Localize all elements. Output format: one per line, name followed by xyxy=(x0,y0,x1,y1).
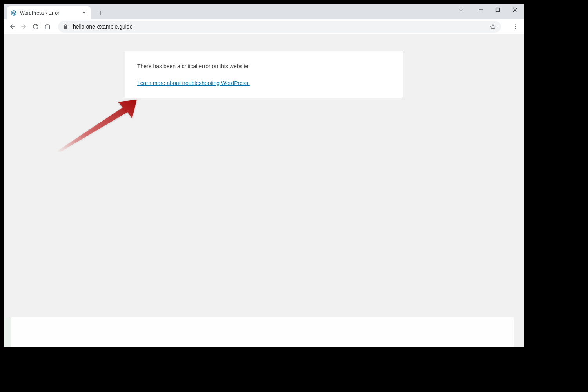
close-window-button[interactable] xyxy=(506,4,524,16)
back-button[interactable] xyxy=(6,21,18,33)
wordpress-favicon xyxy=(11,10,17,16)
error-box: There has been a critical error on this … xyxy=(125,51,403,98)
address-bar[interactable]: hello.one-example.guide xyxy=(58,21,501,33)
bottom-strip-left xyxy=(4,317,11,347)
forward-button[interactable] xyxy=(18,21,30,33)
bookmark-star-icon[interactable] xyxy=(490,24,496,30)
troubleshoot-link[interactable]: Learn more about troubleshooting WordPre… xyxy=(137,80,250,86)
minimize-button[interactable] xyxy=(472,4,489,16)
error-message: There has been a critical error on this … xyxy=(137,62,391,71)
annotation-arrow xyxy=(57,93,139,152)
browser-tab[interactable]: WordPress › Error xyxy=(7,6,91,19)
browser-toolbar: hello.one-example.guide xyxy=(4,19,524,34)
new-tab-button[interactable] xyxy=(95,7,106,18)
url-text: hello.one-example.guide xyxy=(73,24,490,30)
svg-point-2 xyxy=(515,26,516,27)
maximize-button[interactable] xyxy=(489,4,506,16)
svg-point-3 xyxy=(515,28,516,29)
svg-rect-0 xyxy=(496,8,500,12)
browser-window: WordPress › Error xyxy=(4,4,524,347)
tab-title: WordPress › Error xyxy=(20,10,81,16)
page-viewport: There has been a critical error on this … xyxy=(4,34,524,347)
chevron-down-icon[interactable] xyxy=(452,4,470,16)
bottom-strip xyxy=(4,317,514,347)
window-controls xyxy=(452,4,524,16)
reload-button[interactable] xyxy=(30,21,42,33)
close-tab-icon[interactable] xyxy=(81,10,87,16)
titlebar: WordPress › Error xyxy=(4,4,524,19)
svg-point-1 xyxy=(515,24,516,25)
kebab-menu-icon[interactable] xyxy=(510,21,521,33)
lock-icon[interactable] xyxy=(63,24,68,29)
home-button[interactable] xyxy=(42,21,53,33)
